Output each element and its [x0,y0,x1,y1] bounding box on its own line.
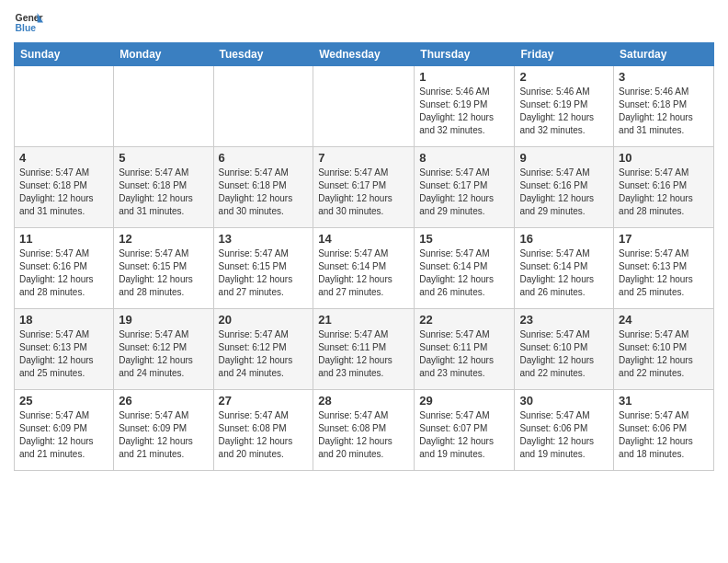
weekday-header-row: SundayMondayTuesdayWednesdayThursdayFrid… [15,43,714,66]
day-info: Sunrise: 5:46 AM Sunset: 6:19 PM Dayligh… [519,86,609,137]
calendar-cell-3-3: 13Sunrise: 5:47 AM Sunset: 6:15 PM Dayli… [213,228,313,309]
day-number: 16 [519,232,609,246]
calendar-cell-4-1: 18Sunrise: 5:47 AM Sunset: 6:13 PM Dayli… [15,309,114,390]
day-info: Sunrise: 5:47 AM Sunset: 6:06 PM Dayligh… [519,409,609,461]
week-row-3: 11Sunrise: 5:47 AM Sunset: 6:16 PM Dayli… [15,228,714,309]
day-number: 21 [318,313,409,327]
calendar-cell-2-4: 7Sunrise: 5:47 AM Sunset: 6:17 PM Daylig… [313,147,415,228]
day-info: Sunrise: 5:47 AM Sunset: 6:07 PM Dayligh… [419,409,509,461]
calendar-cell-5-3: 27Sunrise: 5:47 AM Sunset: 6:08 PM Dayli… [213,390,313,471]
day-info: Sunrise: 5:47 AM Sunset: 6:09 PM Dayligh… [19,409,108,461]
day-info: Sunrise: 5:47 AM Sunset: 6:09 PM Dayligh… [119,409,208,461]
calendar-cell-3-1: 11Sunrise: 5:47 AM Sunset: 6:16 PM Dayli… [15,228,114,309]
day-number: 20 [219,313,309,327]
calendar-cell-4-2: 19Sunrise: 5:47 AM Sunset: 6:12 PM Dayli… [114,309,213,390]
weekday-header-sunday: Sunday [15,43,114,66]
day-number: 3 [619,70,709,84]
day-number: 14 [318,232,409,246]
calendar-cell-5-2: 26Sunrise: 5:47 AM Sunset: 6:09 PM Dayli… [114,390,213,471]
day-info: Sunrise: 5:47 AM Sunset: 6:15 PM Dayligh… [219,247,309,299]
day-number: 25 [19,394,108,408]
week-row-1: 1Sunrise: 5:46 AM Sunset: 6:19 PM Daylig… [15,66,714,147]
day-number: 15 [419,232,509,246]
day-number: 7 [318,151,409,165]
day-number: 27 [219,394,309,408]
calendar-cell-1-3 [213,66,313,147]
week-row-4: 18Sunrise: 5:47 AM Sunset: 6:13 PM Dayli… [15,309,714,390]
day-info: Sunrise: 5:47 AM Sunset: 6:06 PM Dayligh… [619,409,709,461]
calendar-cell-1-4 [313,66,415,147]
calendar-cell-4-6: 23Sunrise: 5:47 AM Sunset: 6:10 PM Dayli… [515,309,614,390]
day-number: 30 [519,394,609,408]
day-info: Sunrise: 5:47 AM Sunset: 6:10 PM Dayligh… [519,328,609,380]
calendar-cell-1-5: 1Sunrise: 5:46 AM Sunset: 6:19 PM Daylig… [415,66,515,147]
day-number: 10 [619,151,709,165]
calendar-cell-5-7: 31Sunrise: 5:47 AM Sunset: 6:06 PM Dayli… [614,390,714,471]
day-info: Sunrise: 5:47 AM Sunset: 6:16 PM Dayligh… [19,247,108,299]
day-number: 11 [19,232,108,246]
day-info: Sunrise: 5:47 AM Sunset: 6:18 PM Dayligh… [219,167,309,218]
day-info: Sunrise: 5:47 AM Sunset: 6:12 PM Dayligh… [219,328,309,380]
day-number: 23 [519,313,609,327]
calendar-table: SundayMondayTuesdayWednesdayThursdayFrid… [14,42,714,471]
calendar-cell-2-3: 6Sunrise: 5:47 AM Sunset: 6:18 PM Daylig… [213,147,313,228]
day-info: Sunrise: 5:47 AM Sunset: 6:08 PM Dayligh… [318,409,409,461]
calendar-cell-1-2 [114,66,213,147]
day-info: Sunrise: 5:47 AM Sunset: 6:18 PM Dayligh… [119,167,208,218]
day-info: Sunrise: 5:47 AM Sunset: 6:14 PM Dayligh… [519,247,609,299]
calendar-cell-1-1 [15,66,114,147]
day-info: Sunrise: 5:47 AM Sunset: 6:14 PM Dayligh… [419,247,509,299]
day-number: 26 [119,394,208,408]
calendar-cell-2-7: 10Sunrise: 5:47 AM Sunset: 6:16 PM Dayli… [614,147,714,228]
day-number: 19 [119,313,208,327]
day-number: 22 [419,313,509,327]
weekday-header-tuesday: Tuesday [213,43,313,66]
day-info: Sunrise: 5:47 AM Sunset: 6:08 PM Dayligh… [219,409,309,461]
calendar-cell-5-4: 28Sunrise: 5:47 AM Sunset: 6:08 PM Dayli… [313,390,415,471]
calendar-cell-4-7: 24Sunrise: 5:47 AM Sunset: 6:10 PM Dayli… [614,309,714,390]
day-info: Sunrise: 5:46 AM Sunset: 6:18 PM Dayligh… [619,86,709,137]
day-info: Sunrise: 5:46 AM Sunset: 6:19 PM Dayligh… [419,86,509,137]
day-number: 18 [19,313,108,327]
logo-icon: General Blue [14,9,43,35]
weekday-header-thursday: Thursday [415,43,515,66]
day-info: Sunrise: 5:47 AM Sunset: 6:16 PM Dayligh… [519,167,609,218]
week-row-5: 25Sunrise: 5:47 AM Sunset: 6:09 PM Dayli… [15,390,714,471]
day-info: Sunrise: 5:47 AM Sunset: 6:15 PM Dayligh… [119,247,208,299]
day-info: Sunrise: 5:47 AM Sunset: 6:11 PM Dayligh… [318,328,409,380]
weekday-header-monday: Monday [114,43,213,66]
day-number: 12 [119,232,208,246]
day-number: 13 [219,232,309,246]
calendar-cell-2-5: 8Sunrise: 5:47 AM Sunset: 6:17 PM Daylig… [415,147,515,228]
calendar-cell-2-2: 5Sunrise: 5:47 AM Sunset: 6:18 PM Daylig… [114,147,213,228]
calendar-cell-4-4: 21Sunrise: 5:47 AM Sunset: 6:11 PM Dayli… [313,309,415,390]
weekday-header-friday: Friday [515,43,614,66]
day-info: Sunrise: 5:47 AM Sunset: 6:18 PM Dayligh… [19,167,108,218]
weekday-header-wednesday: Wednesday [313,43,415,66]
day-info: Sunrise: 5:47 AM Sunset: 6:13 PM Dayligh… [19,328,108,380]
day-number: 9 [519,151,609,165]
calendar-cell-3-4: 14Sunrise: 5:47 AM Sunset: 6:14 PM Dayli… [313,228,415,309]
calendar-cell-5-5: 29Sunrise: 5:47 AM Sunset: 6:07 PM Dayli… [415,390,515,471]
day-number: 28 [318,394,409,408]
calendar-cell-3-7: 17Sunrise: 5:47 AM Sunset: 6:13 PM Dayli… [614,228,714,309]
header: General Blue [14,9,714,35]
day-info: Sunrise: 5:47 AM Sunset: 6:10 PM Dayligh… [619,328,709,380]
day-number: 1 [419,70,509,84]
calendar-cell-2-6: 9Sunrise: 5:47 AM Sunset: 6:16 PM Daylig… [515,147,614,228]
day-number: 24 [619,313,709,327]
calendar-cell-4-3: 20Sunrise: 5:47 AM Sunset: 6:12 PM Dayli… [213,309,313,390]
calendar-cell-3-2: 12Sunrise: 5:47 AM Sunset: 6:15 PM Dayli… [114,228,213,309]
calendar-cell-3-5: 15Sunrise: 5:47 AM Sunset: 6:14 PM Dayli… [415,228,515,309]
calendar-cell-1-7: 3Sunrise: 5:46 AM Sunset: 6:18 PM Daylig… [614,66,714,147]
logo: General Blue [14,9,43,35]
day-number: 29 [419,394,509,408]
calendar-cell-1-6: 2Sunrise: 5:46 AM Sunset: 6:19 PM Daylig… [515,66,614,147]
day-number: 8 [419,151,509,165]
calendar-cell-5-6: 30Sunrise: 5:47 AM Sunset: 6:06 PM Dayli… [515,390,614,471]
week-row-2: 4Sunrise: 5:47 AM Sunset: 6:18 PM Daylig… [15,147,714,228]
day-number: 4 [19,151,108,165]
svg-text:Blue: Blue [16,23,37,33]
weekday-header-saturday: Saturday [614,43,714,66]
day-info: Sunrise: 5:47 AM Sunset: 6:13 PM Dayligh… [619,247,709,299]
